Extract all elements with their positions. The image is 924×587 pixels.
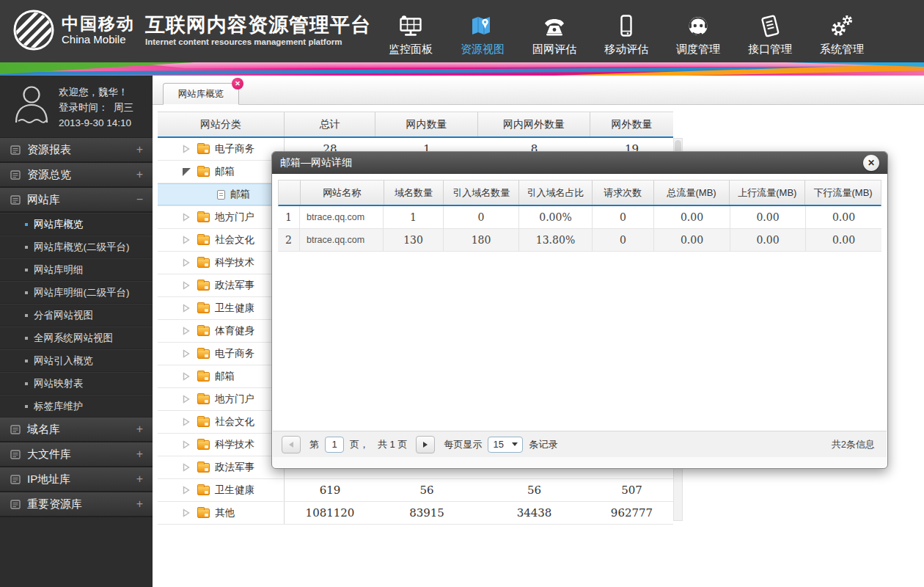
prev-page-button[interactable]: [282, 436, 301, 453]
folder-icon: [197, 304, 210, 313]
page-size-select[interactable]: 15: [488, 437, 523, 453]
arrow-collapsed-icon[interactable]: [183, 258, 191, 267]
folder-icon: [197, 145, 210, 154]
modal-table-row[interactable]: 2btrace.qq.com13018013.80%00.000.000.00: [278, 229, 881, 252]
arrow-collapsed-icon[interactable]: [183, 281, 191, 290]
arrow-collapsed-icon[interactable]: [183, 145, 191, 153]
avatar-icon: [12, 83, 51, 128]
arrow-collapsed-icon[interactable]: [183, 349, 191, 358]
arrow-collapsed-icon[interactable]: [183, 508, 191, 517]
user-panel: 欢迎您，魏华！ 登录时间： 周三 2013-9-30 14:10: [0, 76, 153, 138]
site-name-cell: btrace.qq.com: [300, 206, 384, 228]
arrow-collapsed-icon[interactable]: [183, 463, 191, 472]
sidebar-subitem-2[interactable]: 网站库概览(二级平台): [0, 236, 153, 258]
sidebar-item-2[interactable]: 资源总览+: [0, 163, 153, 188]
arrow-collapsed-icon[interactable]: [183, 236, 191, 244]
sidebar-subitem-4[interactable]: 网站库明细(二级平台): [0, 281, 153, 304]
nav-item-4[interactable]: 移动评估: [590, 0, 662, 62]
sidebar-item-3[interactable]: 网站库−: [0, 188, 153, 213]
modal-value-cell: 0.00: [806, 206, 881, 228]
tree-cell[interactable]: 政法军事: [158, 274, 285, 296]
arrow-collapsed-icon[interactable]: [183, 486, 191, 495]
sidebar-subitem-1[interactable]: 网站库概览: [0, 213, 153, 236]
arrow-collapsed-icon[interactable]: [183, 372, 191, 381]
tree-cell[interactable]: 地方门户: [158, 206, 285, 228]
menu-doc-icon: [10, 475, 21, 484]
nav-item-3[interactable]: 固网评估: [518, 0, 590, 62]
nav-item-2[interactable]: 资源视图: [447, 0, 518, 62]
tab-website-overview[interactable]: 网站库概览 ✕: [163, 83, 239, 105]
sidebar-subitem-label: 网站映射表: [34, 377, 84, 390]
map-pin-icon: [469, 10, 496, 41]
menu-doc-icon: [10, 170, 21, 180]
page-number-input[interactable]: 1: [325, 437, 344, 453]
per-page-label: 每页显示: [444, 438, 482, 451]
sidebar-subitem-6[interactable]: 全网系统网站视图: [0, 327, 153, 349]
bullet-icon: [25, 337, 28, 340]
sidebar-subitem-label: 网站库概览: [34, 218, 84, 231]
decorative-stripe: [0, 62, 924, 76]
arrow-expanded-icon[interactable]: [183, 168, 191, 176]
tree-cell[interactable]: 电子商务: [158, 343, 285, 365]
modal-column-header: 上行流量(MB): [730, 181, 805, 205]
tree-cell[interactable]: 社会文化: [158, 229, 285, 251]
table-row[interactable]: 卫生健康6195656507: [158, 479, 673, 502]
folder-icon: [197, 395, 210, 404]
arrow-collapsed-icon[interactable]: [183, 327, 191, 335]
sidebar-subitem-7[interactable]: 网站引入概览: [0, 349, 153, 372]
table-row[interactable]: 其他10811208391534438962777: [158, 502, 673, 525]
tree-cell[interactable]: 卫生健康: [158, 297, 285, 319]
nav-item-7[interactable]: 系统管理: [806, 0, 878, 62]
tree-cell[interactable]: 其他: [158, 502, 285, 524]
tree-cell[interactable]: 科学技术: [158, 434, 285, 456]
sidebar-item-5[interactable]: 大文件库+: [0, 442, 153, 467]
folder-icon: [197, 440, 210, 450]
tree-cell[interactable]: 政法军事: [158, 456, 285, 478]
modal-column-header: 下行流量(MB): [805, 181, 881, 205]
tree-cell[interactable]: 科学技术: [158, 252, 285, 274]
arrow-collapsed-icon[interactable]: [183, 304, 191, 313]
nav-item-1[interactable]: 监控面板: [375, 0, 447, 62]
arrow-collapsed-icon[interactable]: [183, 213, 191, 222]
tree-cell[interactable]: 电子商务: [158, 138, 285, 160]
column-header: 网外数量: [590, 112, 673, 136]
title-block: 互联网内容资源管理平台 Internet content resources m…: [145, 13, 371, 48]
value-cell: 1081120: [285, 502, 375, 524]
sidebar-item-7[interactable]: 重要资源库+: [0, 492, 153, 517]
welcome-text: 欢迎您，魏华！: [59, 84, 133, 100]
tree-cell[interactable]: 邮箱: [158, 183, 285, 205]
total-pages-label: 共 1 页: [378, 438, 407, 451]
sidebar-subitem-3[interactable]: 网站库明细: [0, 258, 153, 281]
arrow-collapsed-icon[interactable]: [183, 418, 191, 426]
tree-cell[interactable]: 社会文化: [158, 411, 285, 433]
nav-item-6[interactable]: 接口管理: [734, 0, 806, 62]
modal-column-header: 域名数量: [384, 181, 444, 205]
tree-cell[interactable]: 邮箱: [158, 365, 285, 387]
arrow-collapsed-icon[interactable]: [183, 395, 191, 404]
tab-bar: 网站库概览 ✕: [153, 79, 924, 105]
sidebar-item-1[interactable]: 资源报表+: [0, 138, 153, 163]
menu-doc-icon: [10, 450, 21, 459]
site-name-cell: btrace.qq.com: [300, 229, 384, 251]
sidebar-item-4[interactable]: 域名库+: [0, 418, 153, 442]
tree-cell[interactable]: 地方门户: [158, 388, 285, 410]
tree-label: 卫生健康: [215, 302, 254, 315]
value-cell: 507: [590, 479, 673, 501]
next-page-button[interactable]: [416, 436, 435, 453]
sidebar-subitem-9[interactable]: 标签库维护: [0, 395, 153, 418]
modal-table-row[interactable]: 1btrace.qq.com100.00%00.000.000.00: [278, 206, 881, 229]
modal-bottom-strip: [273, 457, 887, 467]
nav-item-5[interactable]: 调度管理: [662, 0, 734, 62]
sidebar-subitem-8[interactable]: 网站映射表: [0, 372, 153, 395]
tree-cell[interactable]: 邮箱: [158, 161, 285, 183]
tab-close-icon[interactable]: ✕: [232, 78, 243, 90]
tree-cell[interactable]: 体育健身: [158, 320, 285, 342]
sidebar-subitem-5[interactable]: 分省网站视图: [0, 304, 153, 327]
sidebar-item-6[interactable]: IP地址库+: [0, 467, 153, 492]
value-cell: 962777: [590, 502, 673, 524]
modal-close-icon[interactable]: ✕: [863, 155, 879, 171]
value-cell: 56: [375, 479, 478, 501]
column-header: 网内数量: [375, 112, 478, 136]
arrow-collapsed-icon[interactable]: [183, 440, 191, 449]
tree-cell[interactable]: 卫生健康: [158, 479, 285, 501]
